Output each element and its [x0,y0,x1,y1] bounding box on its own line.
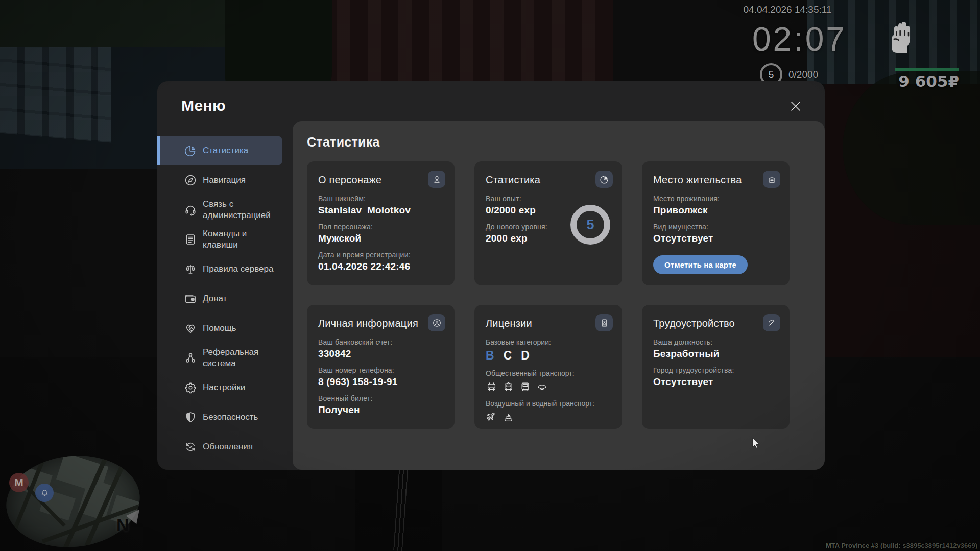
field-employment-city: Город трудоустройства: Отсутствует [653,366,778,388]
sidebar-item-server-rules[interactable]: Правила сервера [157,254,293,284]
card-about-character: О персонаже Ваш никнейм: Stanislav_Molot… [307,161,455,285]
card-title: Трудоустройство [653,315,735,329]
heart-handshake-icon [184,322,197,335]
screen: 04.04.2026 14:35:11 02:07 5 0/2000 9 605… [0,0,980,551]
field-label: Пол персонажа: [318,223,443,231]
field-value: Безработный [653,348,778,360]
card-residence: Место жительства Место проживания: [642,161,790,285]
field-label: Ваш никнейм: [318,195,443,203]
minimap-bell-marker [35,484,54,502]
sidebar-item-settings[interactable]: Настройки [157,373,293,402]
air-water-transport-icons [486,411,611,423]
compass-icon [184,174,197,187]
plane-icon [486,411,497,423]
field-value: Stanislav_Molotkov [318,205,443,216]
card-licenses: Лицензии Базовые категории: B [474,305,622,429]
sidebar-item-label: Обновления [203,441,283,452]
field-value: Мужской [318,233,443,244]
field-residence-city: Место проживания: Приволжск [653,195,778,216]
sidebar-item-label: Навигация [203,175,283,186]
sidebar-item-security[interactable]: Безопасность [157,402,293,432]
category-d: D [521,349,530,363]
commands-icon [184,233,197,246]
metro-marker-label: M [14,476,23,489]
mark-on-map-button[interactable]: Отметить на карте [653,255,748,274]
category-b: B [486,349,494,363]
hud-money: 9 605₽ [847,72,959,90]
sidebar-item-donate[interactable]: Донат [157,284,293,314]
card-title: Место жительства [653,172,742,186]
hud-clock: 02:07 [729,19,870,58]
field-label: Место проживания: [653,195,778,203]
background-trees-right [843,71,980,225]
minimap-compass-north: N [116,515,129,535]
card-statistics: Статистика Ваш опыт: 0/2000 exp [474,161,622,285]
mouse-cursor [752,438,761,450]
sidebar-item-label: Статистика [203,145,283,156]
field-nickname: Ваш никнейм: Stanislav_Molotkov [318,195,443,216]
sidebar-item-updates[interactable]: Обновления [157,432,293,462]
sidebar-item-commands[interactable]: Команды и клавиши [157,225,293,254]
sidebar-item-label: Связь с администрацией [203,199,283,221]
sidebar-item-referral[interactable]: Реферальная система [157,343,293,373]
sidebar-item-navigation[interactable]: Навигация [157,165,293,195]
field-value: Отсутствует [653,376,778,388]
sidebar-item-label: Команды и клавиши [203,228,283,251]
field-value: 330842 [318,348,443,360]
sidebar-item-help[interactable]: Помощь [157,314,293,343]
field-label: Ваша должность: [653,338,778,346]
build-version-label: MTA Province #3 (build: s3895c3895r1412v… [826,542,977,549]
card-personal-info: Личная информация Ваш банковский счет: 3… [307,305,455,429]
tram-icon [503,381,514,393]
bell-icon [40,489,49,497]
field-label: Город трудоустройства: [653,366,778,374]
pie-chart-icon [184,144,197,157]
background-trees-left [0,0,240,47]
fist-icon [887,20,916,53]
sidebar-item-label: Настройки [203,382,283,393]
level-ring-value: 5 [586,217,594,233]
field-value: Отсутствует [653,233,778,244]
category-c: C [504,349,512,363]
person-icon [428,171,445,188]
hud-datetime: 04.04.2026 14:35:11 [706,4,869,15]
close-icon[interactable] [788,99,803,114]
field-label: Ваш опыт: [486,195,611,203]
ship-icon [503,411,514,423]
trolleybus-icon [486,381,497,393]
shield-icon [184,411,197,424]
background-windows-left [0,37,111,142]
sidebar-item-admin-contact[interactable]: Связь с администрацией [157,195,293,225]
field-bank-account: Ваш банковский счет: 330842 [318,338,443,360]
base-categories-label: Базовые категории: [486,338,611,346]
headset-icon [184,203,197,217]
minimap-metro-marker: M [9,473,29,492]
driver-cap-icon [536,381,548,393]
sidebar-item-statistics[interactable]: Статистика [157,136,282,165]
field-label: Дата и время регистрации: [318,251,443,259]
menu-dialog: Меню Статистика [157,81,825,470]
scales-icon [184,262,197,276]
card-title: Личная информация [318,315,418,329]
sidebar: Статистика Навигация [157,136,293,462]
stats-card-grid: О персонаже Ваш никнейм: Stanislav_Molot… [307,161,790,429]
pickaxe-icon [763,314,780,331]
air-water-transport-label: Воздушный и водный транспорт: [486,399,611,408]
base-categories: B C D [486,349,611,363]
card-title: Лицензии [486,315,532,329]
field-military-id: Военный билет: Получен [318,394,443,416]
sidebar-item-label: Донат [203,293,283,304]
hud-exp-bar [895,68,959,71]
content-panel: Статистика О персонаже Ваш [293,121,825,470]
field-label: Ваш номер телефона: [318,366,443,374]
card-title: Статистика [486,172,540,186]
sidebar-item-label: Помощь [203,323,283,334]
field-label: Вид имущества: [653,223,778,231]
field-label: Ваш банковский счет: [318,338,443,346]
id-card-icon [595,314,613,331]
field-property-type: Вид имущества: Отсутствует [653,223,778,244]
sidebar-item-label: Правила сервера [203,263,283,275]
field-value: 01.04.2026 22:42:46 [318,261,443,272]
gear-icon [184,381,197,394]
update-icon [184,440,197,453]
